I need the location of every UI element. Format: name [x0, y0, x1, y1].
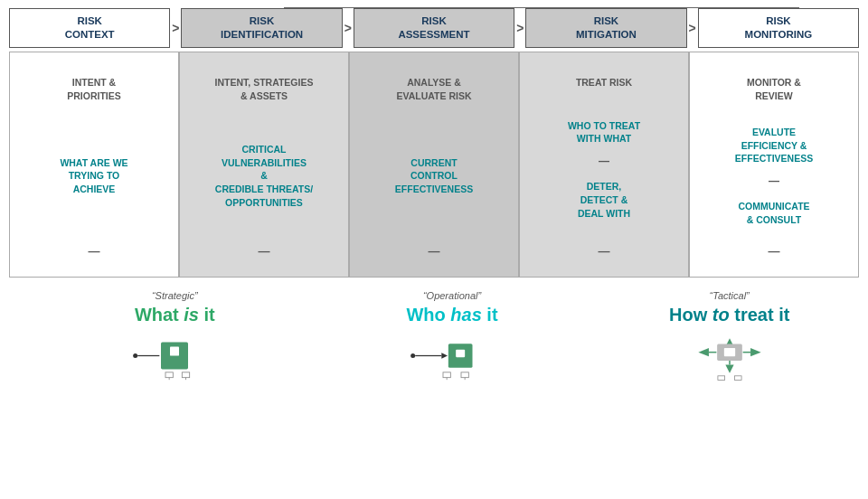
- header-row: RISK CONTEXT > RISK IDENTIFICATION > RIS…: [9, 8, 859, 48]
- strategic-label: “Strategic”: [152, 290, 198, 301]
- header-line1: RISK: [766, 15, 790, 26]
- operational-title-has: has: [450, 305, 481, 325]
- arrow-symbol: >: [516, 21, 524, 35]
- strategic-title-what: What: [135, 305, 184, 325]
- operational-title-who: Who: [406, 305, 450, 325]
- bottom-section: “Strategic” What is it: [9, 290, 859, 381]
- operational-title-it: it: [486, 305, 497, 325]
- svg-rect-15: [461, 372, 468, 378]
- header-risk-mitigation: RISK MITIGATION: [525, 8, 686, 48]
- arrow-symbol: >: [344, 21, 352, 35]
- header-line2: CONTEXT: [65, 29, 115, 40]
- svg-rect-27: [718, 376, 725, 381]
- identification-dash: —: [259, 242, 270, 260]
- svg-marker-17: [698, 348, 709, 356]
- assessment-item-2: CURRENTCONTROLEFFECTIVENESS: [395, 156, 473, 196]
- svg-rect-4: [165, 372, 173, 378]
- header-line1: RISK: [594, 15, 618, 26]
- context-item-2: WHAT ARE WETRYING TOACHIEVE: [60, 156, 127, 196]
- svg-point-0: [133, 353, 137, 358]
- monitoring-item-1: MONITOR &REVIEW: [747, 76, 801, 102]
- arrow-3: >: [514, 8, 525, 48]
- header-risk-assessment: RISK ASSESSMENT: [354, 8, 514, 48]
- arrow-symbol: >: [689, 21, 696, 35]
- strategic-column: “Strategic” What is it: [45, 290, 305, 381]
- tactical-title-how: How: [669, 305, 712, 325]
- assessment-dash: —: [429, 242, 440, 260]
- svg-rect-28: [734, 376, 741, 381]
- identification-content-cell: INTENT, STRATEGIES& ASSETS CRITICALVULNE…: [179, 52, 349, 278]
- strategic-title-is: is: [184, 305, 199, 325]
- tactical-label: “Tactical”: [710, 290, 750, 301]
- context-content-cell: INTENT &PRIORITIES WHAT ARE WETRYING TOA…: [9, 52, 179, 278]
- mitigation-dash: —: [599, 242, 610, 260]
- context-item-1: INTENT &PRIORITIES: [67, 76, 121, 102]
- header-line2: MONITORING: [745, 29, 813, 40]
- arrow-2: >: [343, 8, 354, 48]
- monitoring-content-cell: MONITOR &REVIEW EVALUTEEFFICIENCY &EFFEC…: [689, 52, 859, 278]
- svg-rect-26: [724, 348, 735, 356]
- context-dash: —: [89, 242, 100, 260]
- monitoring-item-2: EVALUTEEFFICIENCY &EFFECTIVENESS: [735, 126, 813, 165]
- svg-rect-3: [170, 346, 179, 355]
- header-risk-identification: RISK IDENTIFICATION: [181, 8, 342, 48]
- tactical-column: “Tactical” How to treat it: [599, 290, 859, 381]
- main-container: RISK CONTEXT > RISK IDENTIFICATION > RIS…: [0, 0, 868, 381]
- header-risk-context: RISK CONTEXT: [9, 8, 170, 48]
- content-row: INTENT &PRIORITIES WHAT ARE WETRYING TOA…: [9, 52, 859, 278]
- identification-item-1: INTENT, STRATEGIES& ASSETS: [215, 76, 314, 102]
- tactical-title-treat-it: treat it: [734, 305, 789, 325]
- tactical-title-to: to: [712, 305, 730, 325]
- mitigation-content-cell: TREAT RISK WHO TO TREATWITH WHAT — DETER…: [519, 52, 689, 278]
- header-line2: MITIGATION: [576, 29, 637, 40]
- tactical-title: How to treat it: [669, 305, 789, 325]
- arrow-symbol: >: [172, 21, 179, 35]
- identification-item-2: CRITICALVULNERABILITIES&CREDIBLE THREATS…: [215, 143, 313, 209]
- assessment-item-1: ANALYSE &EVALUATE RISK: [396, 76, 471, 102]
- svg-marker-19: [750, 348, 761, 356]
- strategic-title: What is it: [135, 305, 215, 325]
- header-line1: RISK: [77, 15, 101, 26]
- operational-column: “Operational” Who has it: [323, 290, 582, 381]
- assessment-content-cell: ANALYSE &EVALUATE RISK CURRENTCONTROLEFF…: [349, 52, 519, 278]
- header-line1: RISK: [421, 15, 446, 26]
- arrow-4: >: [687, 8, 698, 48]
- svg-rect-12: [456, 350, 465, 357]
- monitoring-dash: —: [769, 242, 780, 260]
- svg-rect-13: [443, 372, 450, 378]
- header-line1: RISK: [250, 15, 274, 26]
- strategic-title-it: it: [204, 305, 215, 325]
- svg-rect-6: [183, 372, 190, 378]
- mitigation-item-2: WHO TO TREATWITH WHAT: [568, 119, 640, 146]
- strategic-diagram: [129, 331, 220, 381]
- svg-point-8: [410, 353, 415, 358]
- svg-marker-10: [441, 353, 448, 359]
- monitoring-item-3: COMMUNICATE& CONSULT: [738, 200, 809, 226]
- mitigation-item-1: TREAT RISK: [576, 76, 632, 89]
- header-risk-monitoring: RISK MONITORING: [698, 8, 859, 48]
- operational-label: “Operational”: [423, 290, 481, 301]
- operational-title: Who has it: [406, 305, 497, 325]
- tactical-diagram: [684, 331, 775, 381]
- header-line2: IDENTIFICATION: [221, 29, 303, 40]
- mitigation-item-3: DETER,DETECT &DEAL WITH: [578, 180, 630, 220]
- operational-diagram: [407, 331, 497, 381]
- svg-marker-23: [725, 364, 733, 372]
- header-line2: ASSESSMENT: [398, 29, 469, 40]
- arrow-1: >: [170, 8, 181, 48]
